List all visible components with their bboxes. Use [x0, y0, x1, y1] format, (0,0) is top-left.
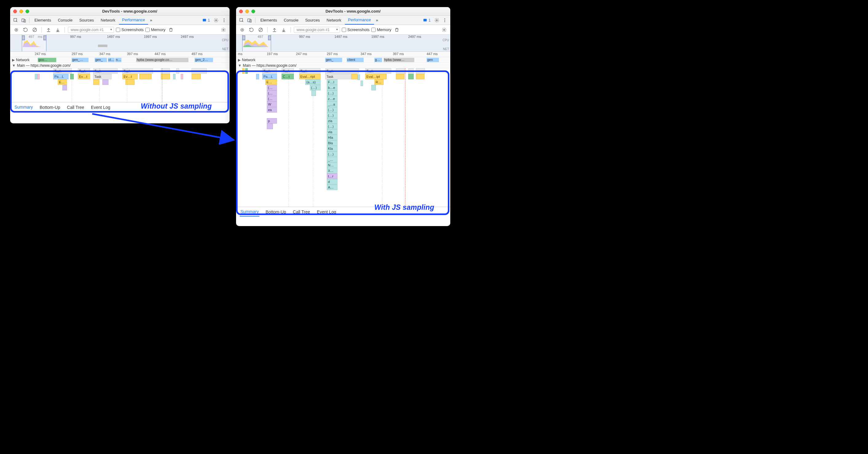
frame[interactable]: p	[267, 118, 277, 124]
inspect-icon[interactable]	[238, 17, 245, 24]
frame[interactable]: Bla	[327, 140, 338, 146]
recording-select[interactable]: www.google.com #1	[294, 27, 340, 33]
frame[interactable]: (…	[267, 85, 277, 90]
frame[interactable]: (…)	[310, 85, 320, 90]
frame[interactable]: (…)	[327, 90, 338, 96]
tab-network[interactable]: Network	[324, 16, 345, 24]
task-frame[interactable]: Task	[53, 68, 72, 74]
frame[interactable]: Pa…L	[53, 74, 68, 79]
record-button[interactable]	[12, 26, 20, 33]
frame[interactable]	[70, 74, 74, 79]
network-item[interactable]: gen_…	[72, 58, 89, 62]
network-item[interactable]: n…	[115, 58, 121, 62]
frame[interactable]	[408, 74, 414, 79]
frame[interactable]: N…	[327, 162, 338, 168]
frame[interactable]	[267, 124, 273, 129]
tab-performance[interactable]: Performance	[345, 16, 374, 25]
details-tab-call-tree[interactable]: Call Tree	[66, 103, 85, 112]
details-tab-bottom-up[interactable]: Bottom-Up	[265, 208, 287, 216]
frame[interactable]: (a…s)	[305, 79, 320, 85]
network-item[interactable]: hpba (www…	[383, 58, 414, 62]
network-item[interactable]: goo…	[38, 58, 56, 62]
window-minimize-icon[interactable]	[245, 9, 249, 13]
frame[interactable]: d	[327, 179, 338, 185]
window-close-icon[interactable]	[239, 9, 243, 13]
frame[interactable]: zla	[327, 118, 338, 124]
task-frame[interactable]: Task	[365, 68, 391, 74]
tab-sources[interactable]: Sources	[76, 16, 97, 24]
frame[interactable]: Task	[325, 74, 351, 79]
frame[interactable]: X…	[327, 168, 338, 173]
frame[interactable]: E…	[58, 79, 67, 85]
window-maximize-icon[interactable]	[26, 9, 29, 13]
gc-button[interactable]	[393, 26, 401, 33]
main-thread-header[interactable]: ▼ Main — https://www.google.com/	[236, 63, 450, 68]
task-frame[interactable]: Task	[325, 68, 359, 74]
issues-button[interactable]: 1	[200, 18, 212, 23]
frame[interactable]	[191, 74, 201, 79]
frame[interactable]: Eval…ipt	[365, 74, 387, 79]
frame[interactable]: t…r	[327, 173, 338, 179]
main-disclosure-icon[interactable]: ▼	[12, 63, 16, 68]
settings-gear-icon[interactable]	[212, 17, 220, 24]
frame[interactable]: Ev…t	[122, 74, 138, 79]
download-button[interactable]	[54, 26, 61, 33]
task-frame[interactable]: Task	[282, 68, 294, 74]
tab-console[interactable]: Console	[281, 16, 302, 24]
network-item[interactable]: g…	[374, 58, 382, 62]
capture-settings-gear-icon[interactable]	[220, 26, 227, 33]
frame[interactable]	[351, 74, 358, 79]
network-item[interactable]: hpba (www.google.co…	[136, 58, 188, 62]
frame[interactable]	[371, 85, 376, 90]
frame[interactable]: z…e	[327, 96, 338, 102]
tab-network[interactable]: Network	[98, 16, 119, 24]
frame[interactable]: (…	[267, 90, 277, 96]
frame[interactable]: vla	[327, 129, 338, 135]
frame[interactable]: C…t	[282, 74, 294, 79]
frame[interactable]: Ev…t	[78, 74, 90, 79]
download-button[interactable]	[280, 26, 287, 33]
frame[interactable]	[416, 74, 425, 79]
network-item[interactable]: gen_	[95, 58, 107, 62]
reload-record-button[interactable]	[22, 26, 29, 33]
frame[interactable]	[62, 85, 67, 90]
tab-sources[interactable]: Sources	[302, 16, 323, 24]
frame[interactable]: _…a	[327, 102, 338, 107]
frame[interactable]: b…e	[327, 85, 338, 90]
more-menu-icon[interactable]	[441, 17, 448, 24]
clear-button[interactable]	[257, 26, 264, 33]
task-frame[interactable]	[408, 68, 414, 74]
network-disclosure-icon[interactable]: ▶	[12, 58, 15, 62]
details-tab-bottom-up[interactable]: Bottom-Up	[39, 103, 61, 112]
network-item[interactable]: gen_2…	[194, 58, 213, 62]
frame[interactable]: Eval…ript	[299, 74, 320, 79]
details-tab-summary[interactable]: Summary	[14, 103, 33, 112]
main-thread-header[interactable]: ▼ Main — https://www.google.com/	[10, 63, 229, 68]
frame[interactable]: (…	[267, 96, 277, 102]
network-item[interactable]: cl…	[108, 58, 115, 62]
task-frame[interactable]	[416, 68, 425, 74]
flame-chart[interactable]: Task Pa…L E… (… (… (… W ea p Task C…t Ta…	[236, 68, 450, 207]
frame[interactable]: (…)	[327, 107, 338, 113]
device-toggle-icon[interactable]	[20, 17, 27, 24]
clear-button[interactable]	[31, 26, 38, 33]
frame[interactable]: F…l	[327, 79, 338, 85]
frame[interactable]: Pa…L	[262, 74, 277, 79]
details-tab-event-log[interactable]: Event Log	[90, 103, 111, 112]
window-close-icon[interactable]	[13, 9, 17, 13]
task-frame[interactable]	[176, 68, 179, 74]
timeline-overview[interactable]: 497 ms 997 ms 1497 ms 1997 ms 2497 ms CP…	[10, 35, 229, 52]
frame[interactable]: R…	[374, 79, 383, 85]
network-item[interactable]: gen_	[325, 58, 342, 62]
reload-record-button[interactable]	[248, 26, 255, 33]
network-row[interactable]: ▶ Network gen_ client g… hpba (www… gen	[236, 57, 450, 63]
memory-checkbox[interactable]: Memory	[371, 27, 391, 32]
window-maximize-icon[interactable]	[251, 9, 255, 13]
task-frame[interactable]	[396, 68, 405, 74]
frame[interactable]	[396, 74, 404, 79]
main-disclosure-icon[interactable]: ▼	[238, 63, 242, 68]
recording-select[interactable]: www.google.com #1	[68, 27, 114, 33]
frame[interactable]: Hla	[327, 135, 338, 140]
screenshots-checkbox[interactable]: Screenshots	[342, 27, 369, 32]
flame-chart[interactable]: Task Task Task Task Pa…L Ev…t Task Ev…t …	[10, 68, 229, 102]
